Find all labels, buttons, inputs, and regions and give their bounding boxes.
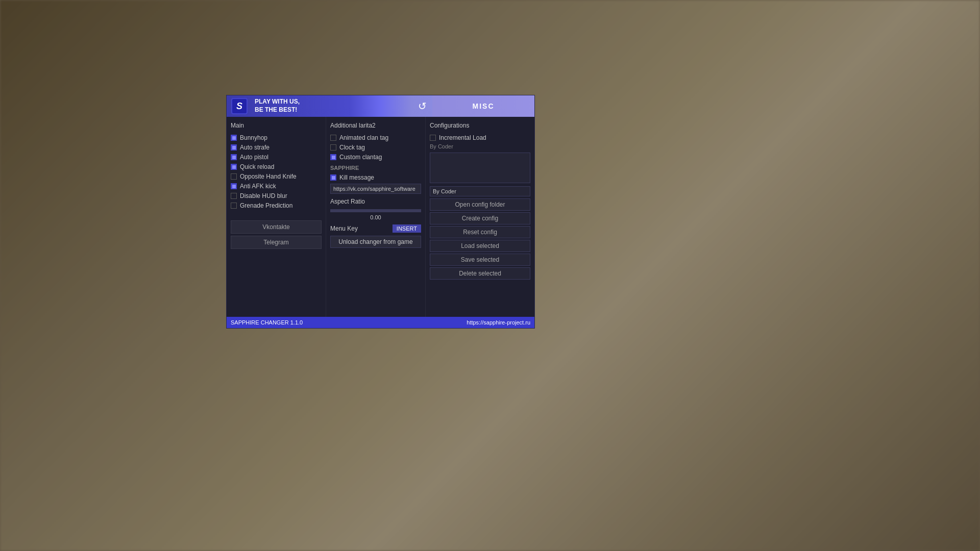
footer-version: SAPPHIRE CHANGER 1.1.0 — [231, 319, 303, 325]
auto-pistol-checkbox[interactable] — [231, 154, 237, 160]
kill-message-section: Kill message — [330, 173, 421, 195]
panel-main: Main Bunnyhop Auto strafe Auto pistol Qu… — [227, 117, 326, 317]
disable-hud-blur-checkbox[interactable] — [231, 193, 237, 199]
clock-tag-item[interactable]: Clock tag — [330, 143, 421, 152]
logo-text: S — [236, 101, 242, 112]
misc-label: MISC — [473, 102, 495, 110]
clock-tag-checkbox[interactable] — [330, 144, 336, 151]
grenade-prediction-checkbox[interactable] — [231, 203, 237, 209]
anti-afk-kick-item[interactable]: Anti AFK kick — [231, 182, 322, 191]
clock-tag-label: Clock tag — [339, 144, 365, 151]
header: S PLAY WITH US, BE THE BEST! ↺ MISC — [227, 95, 534, 117]
kill-message-item[interactable]: Kill message — [330, 173, 421, 182]
aspect-ratio-slider[interactable] — [330, 209, 421, 212]
misc-tab[interactable]: MISC — [432, 95, 534, 117]
sapphire-section-label: SAPPHIRE — [330, 165, 421, 171]
opposite-hand-knife-label: Opposite Hand Knife — [240, 173, 297, 180]
config-panel-title: Configurations — [430, 122, 530, 129]
unload-button[interactable]: Unload changer from game — [330, 236, 421, 248]
config-list-area — [430, 153, 530, 183]
grenade-prediction-item[interactable]: Grenade Prediction — [231, 201, 322, 210]
by-coder-text: By Coder — [430, 143, 530, 149]
delete-selected-button[interactable]: Delete selected — [430, 267, 530, 280]
auto-pistol-item[interactable]: Auto pistol — [231, 153, 322, 162]
bunnyhop-item[interactable]: Bunnyhop — [231, 133, 322, 142]
aspect-ratio-value: 0.00 — [330, 214, 421, 220]
animated-clan-tag-label: Animated clan tag — [339, 134, 388, 141]
opposite-hand-knife-checkbox[interactable] — [231, 173, 237, 180]
bunnyhop-checkbox[interactable] — [231, 135, 237, 141]
auto-strafe-item[interactable]: Auto strafe — [231, 143, 322, 152]
logo-area: S — [227, 98, 252, 114]
save-selected-button[interactable]: Save selected — [430, 254, 530, 266]
custom-clantag-label: Custom clantag — [339, 154, 382, 161]
panel-config: Configurations Incremental Load By Coder… — [426, 117, 534, 317]
anti-afk-kick-checkbox[interactable] — [231, 183, 237, 189]
slogan-line2: BE THE BEST! — [255, 106, 412, 114]
slogan-line1: PLAY WITH US, — [255, 98, 412, 106]
footer: SAPPHIRE CHANGER 1.1.0 https://sapphire-… — [227, 317, 534, 328]
custom-clantag-checkbox[interactable] — [330, 154, 336, 160]
content-area: Main Bunnyhop Auto strafe Auto pistol Qu… — [227, 117, 534, 317]
quick-reload-checkbox[interactable] — [231, 164, 237, 170]
quick-reload-item[interactable]: Quick reload — [231, 162, 322, 171]
create-config-button[interactable]: Create config — [430, 212, 530, 224]
disable-hud-blur-item[interactable]: Disable HUD blur — [231, 191, 322, 201]
incremental-load-item[interactable]: Incremental Load — [430, 133, 530, 142]
kill-message-input[interactable] — [330, 184, 421, 194]
auto-strafe-checkbox[interactable] — [231, 144, 237, 151]
opposite-hand-knife-item[interactable]: Opposite Hand Knife — [231, 172, 322, 181]
custom-clantag-item[interactable]: Custom clantag — [330, 153, 421, 162]
footer-url: https://sapphire-project.ru — [467, 319, 530, 325]
panel-additional: Additional larita2 Animated clan tag Clo… — [326, 117, 426, 317]
animated-clan-tag-checkbox[interactable] — [330, 135, 336, 141]
header-slogan: PLAY WITH US, BE THE BEST! — [252, 98, 412, 114]
telegram-button[interactable]: Telegram — [231, 236, 322, 249]
disable-hud-blur-label: Disable HUD blur — [240, 192, 287, 199]
animated-clan-tag-item[interactable]: Animated clan tag — [330, 133, 421, 142]
reset-config-button[interactable]: Reset config — [430, 226, 530, 238]
auto-strafe-label: Auto strafe — [240, 144, 270, 151]
open-config-folder-button[interactable]: Open config folder — [430, 198, 530, 211]
config-name-input[interactable] — [430, 186, 530, 196]
menu-key-section: Menu Key INSERT — [330, 224, 421, 233]
spinner-icon: ↺ — [412, 100, 432, 112]
main-window: S PLAY WITH US, BE THE BEST! ↺ MISC Main… — [226, 95, 535, 329]
vkontakte-button[interactable]: Vkontakte — [231, 220, 322, 234]
quick-reload-label: Quick reload — [240, 163, 274, 170]
menu-key-value[interactable]: INSERT — [393, 224, 421, 233]
additional-panel-title: Additional larita2 — [330, 122, 421, 129]
incremental-load-checkbox[interactable] — [430, 135, 436, 141]
load-selected-button[interactable]: Load selected — [430, 240, 530, 252]
anti-afk-kick-label: Anti AFK kick — [240, 183, 276, 190]
aspect-ratio-label: Aspect Ratio — [330, 198, 421, 205]
menu-key-label: Menu Key — [330, 225, 358, 232]
kill-message-label: Kill message — [339, 174, 374, 181]
bunnyhop-label: Bunnyhop — [240, 134, 267, 141]
incremental-load-label: Incremental Load — [439, 134, 486, 141]
kill-message-checkbox[interactable] — [330, 174, 336, 181]
aspect-ratio-section: Aspect Ratio 0.00 — [330, 198, 421, 220]
s-logo: S — [231, 98, 248, 114]
auto-pistol-label: Auto pistol — [240, 154, 268, 161]
main-panel-title: Main — [231, 122, 322, 129]
grenade-prediction-label: Grenade Prediction — [240, 202, 292, 209]
